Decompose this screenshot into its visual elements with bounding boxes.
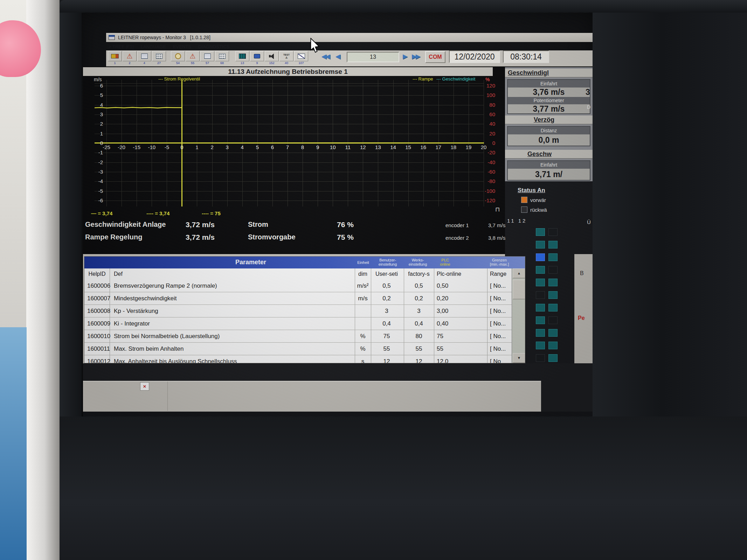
window-titlebar: LEITNER ropeways - Monitor 3 [1.0.1.28]	[106, 33, 593, 42]
close-button[interactable]: ×	[140, 382, 149, 391]
toolbar-button-face[interactable]	[108, 51, 122, 61]
toolbar-button-number: 107	[294, 61, 308, 65]
nav-prev-button[interactable]: ◀	[336, 52, 339, 60]
table-row[interactable]: 1600010Strom bei Normalbetrieb (Lauerste…	[84, 330, 512, 343]
scroll-thumb[interactable]	[513, 280, 525, 299]
toolbar-button-face[interactable]	[200, 51, 214, 61]
cell-plc: 75	[437, 333, 443, 340]
toolbar-button-face[interactable]	[235, 51, 249, 61]
toolbar-button-face[interactable]	[215, 51, 229, 61]
toolbar-button-number: 1	[108, 61, 122, 65]
toolbar-button-13[interactable]: 13	[235, 51, 249, 66]
toolbar-button-face[interactable]	[265, 51, 279, 61]
toolbar-button-2[interactable]: 2	[123, 51, 137, 66]
table-caption-4: Grenzen [min.-max.]	[477, 258, 522, 266]
table-row[interactable]: 1600007Mindestgeschwindigkeitm/s0,20,20,…	[84, 292, 512, 305]
toolbar-button-number: 152	[265, 61, 279, 65]
toolbar-button-27[interactable]: 27	[152, 51, 166, 66]
cell-def: Max. Anhaltezeit bis Auslösung Schnellsc…	[114, 358, 237, 364]
status-numbers: 11 12	[507, 218, 527, 224]
cell-range: [ No...	[490, 308, 506, 315]
toolbar-button-40[interactable]: TEST ⚠40	[279, 51, 293, 66]
monitor-side-edge	[26, 0, 60, 560]
led-indicator-5-0	[536, 291, 545, 299]
led-indicator-6-0	[536, 304, 545, 312]
toolbar-button-68[interactable]: 68	[215, 51, 229, 66]
page-number-field[interactable]: 13	[347, 52, 399, 62]
toolbar-button-55[interactable]: 55	[186, 51, 200, 66]
table-row[interactable]: 1600006Bremsverzögerung Rampe 2 (normale…	[84, 280, 512, 292]
y-tick-0: 0	[83, 140, 103, 146]
toolbar-button-face[interactable]	[294, 51, 308, 61]
com-button[interactable]: COM	[425, 51, 445, 63]
scroll-down-button[interactable]: ▼	[513, 353, 525, 363]
nav-last-button[interactable]: ▶▶	[412, 52, 420, 60]
table-scrollbar[interactable]: ▲ ▼	[512, 268, 525, 363]
chart-stat-2: ---- = 75	[202, 210, 221, 216]
window-title: LEITNER ropeways - Monitor 3 [1.0.1.28]	[118, 35, 210, 40]
led-indicator-0-0	[536, 228, 545, 236]
x-tick-13: 13	[375, 144, 381, 150]
x-tick-4: 4	[241, 144, 244, 150]
table-column-header-factory-s: factory-s	[408, 271, 429, 277]
menu-item-2[interactable]: EVENTS	[173, 44, 191, 49]
toolbar-button-face[interactable]	[186, 51, 200, 61]
y-tick-1: 1	[83, 131, 103, 136]
table-row[interactable]: 1600011Max. Strom beim Anhalten%555555[ …	[84, 343, 512, 355]
cell-def: Mindestgeschwindigkeit	[114, 295, 177, 302]
toolbar-button-107[interactable]: 107	[294, 51, 308, 66]
toolbar-button-54[interactable]: 54	[171, 51, 185, 66]
pct-tick-120: 120	[477, 83, 495, 89]
toolbar-button-face[interactable]	[250, 51, 264, 61]
toolbar-button-face[interactable]	[137, 51, 151, 61]
readout-label2-0: Strom	[248, 220, 268, 229]
x-tick-0: 0	[180, 144, 183, 150]
lower-dark-band-right	[541, 381, 593, 416]
cell-dim: %	[360, 345, 365, 352]
menu-item-0[interactable]: > TREE [F1]	[109, 44, 134, 49]
menu-item-3[interactable]: DIAGNOSTICS	[198, 44, 230, 49]
toolbar-button-face[interactable]	[171, 51, 185, 61]
table-column-header-Plc-online: Plc-online	[437, 271, 461, 277]
x-tick-3: 3	[226, 144, 228, 150]
toolbar-button-face[interactable]	[123, 51, 137, 61]
status-section-header: Status An	[518, 187, 545, 194]
distance-box: Distanz 0,0 m	[507, 126, 590, 146]
x-tick-1: 1	[195, 144, 198, 150]
table-row[interactable]: 1600008Kp - Verstärkung333,00[ No...	[84, 305, 512, 317]
x-tick-8: 8	[301, 144, 304, 150]
led-indicator-5-1	[548, 291, 558, 299]
x-tick-5: 5	[256, 144, 259, 150]
table-row[interactable]: 1600009Ki - Integrator0,40,40,40[ No...	[84, 317, 512, 330]
y-tick--1: -1	[83, 149, 103, 155]
cell-id: 1600012	[87, 358, 110, 364]
cell-id: 1600009	[87, 320, 110, 327]
chart-stat-0: — = 3,74	[91, 210, 112, 216]
speed2-section-header: Geschw	[505, 150, 593, 159]
cut-letter-mid: B	[580, 270, 584, 276]
toolbar-button-1[interactable]: 1	[108, 51, 122, 66]
x-tick--5: -5	[165, 144, 169, 150]
menu-item-1[interactable]: LANGUAGE	[141, 44, 166, 49]
x-tick-18: 18	[450, 144, 456, 150]
nav-first-button[interactable]: ◀◀	[321, 52, 329, 60]
toolbar-button-57[interactable]: 57	[200, 51, 214, 66]
toolbar-button-9[interactable]: 9	[250, 51, 264, 66]
nav-next-button[interactable]: ▶	[403, 52, 407, 60]
y-tick--4: -4	[83, 178, 103, 184]
bottom-message-strip	[83, 381, 541, 412]
toolbar-button-number: 27	[152, 61, 166, 65]
led-indicator-4-1	[548, 279, 558, 286]
status-led-1	[521, 206, 527, 213]
scroll-up-button[interactable]: ▲	[513, 268, 525, 278]
toolbar-button-face[interactable]	[152, 51, 166, 61]
gauge-icon	[175, 53, 181, 59]
toolbar-button-face[interactable]: TEST ⚠	[279, 51, 293, 61]
cell-range: [ No...	[490, 333, 506, 340]
led-indicator-1-0	[536, 241, 545, 248]
table-row[interactable]: 1600012Max. Anhaltezeit bis Auslösung Sc…	[84, 355, 512, 363]
toolbar-button-152[interactable]: 152	[265, 51, 279, 66]
y-tick-4: 4	[83, 102, 103, 108]
toolbar-button-4[interactable]: 4	[137, 51, 151, 66]
lower-dark-band	[83, 363, 593, 381]
